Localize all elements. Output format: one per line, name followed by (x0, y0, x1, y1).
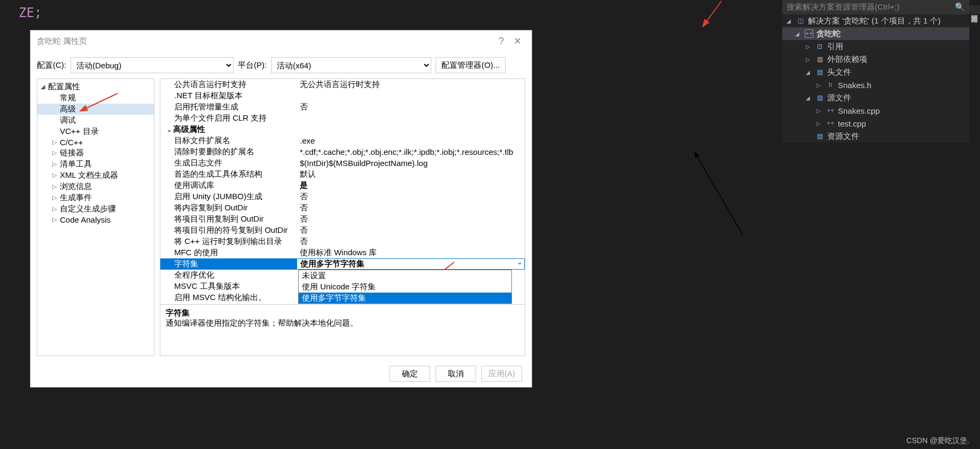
expand-arrow-icon: ▷ (806, 57, 812, 62)
property-row[interactable]: 字符集使用多字节字符集⌄ (160, 258, 525, 270)
solution-item[interactable]: ▷hSnakes.h (782, 78, 969, 91)
property-value[interactable]: 否 (297, 237, 525, 247)
property-row[interactable]: 启用 Unity (JUMBO)生成否 (160, 191, 525, 202)
property-row[interactable]: 公共语言运行时支持无公共语言运行时支持 (160, 79, 525, 90)
tree-item[interactable]: 调试 (37, 115, 154, 126)
solution-item[interactable]: ▤资源文件 (782, 130, 969, 143)
property-row[interactable]: 将项目引用的符号复制到 OutDir否 (160, 225, 525, 236)
description-title: 字符集 (166, 308, 519, 318)
expand-arrow-icon: ▷ (52, 183, 60, 190)
property-value[interactable]: 是 (297, 180, 525, 191)
ok-button[interactable]: 确定 (390, 366, 430, 382)
category-tree[interactable]: ◢配置属性常规高级调试VC++ 目录▷C/C++▷链接器▷清单工具▷XML 文档… (37, 78, 154, 356)
property-row[interactable]: 使用调试库是 (160, 180, 525, 191)
solution-item[interactable]: ◢++贪吃蛇 (782, 27, 969, 40)
solution-search[interactable]: 搜索解决方案资源管理器(Ctrl+;) 🔍 (782, 0, 969, 14)
tree-item[interactable]: VC++ 目录 (37, 126, 154, 137)
property-value[interactable]: 否 (297, 214, 525, 224)
apply-button[interactable]: 应用(A) (481, 366, 522, 382)
property-row[interactable]: 生成日志文件$(IntDir)$(MSBuildProjectName).log (160, 157, 525, 169)
tree-item-label: 配置属性 (48, 82, 80, 92)
charset-dropdown[interactable]: 未设置使用 Unicode 字符集使用多字节字符集<从父级或项目默认设置继承> (298, 270, 512, 304)
property-row[interactable]: 为单个文件启用 CLR 支持 (160, 113, 525, 124)
tree-item[interactable]: ▷Code Analysis (37, 215, 154, 225)
property-row[interactable]: 将内容复制到 OutDir否 (160, 202, 525, 214)
tree-item-label: 清单工具 (60, 159, 92, 169)
tree-item[interactable]: ▷自定义生成步骤 (37, 203, 154, 215)
solution-item-label: 解决方案 '贪吃蛇' (1 个项目，共 1 个) (808, 16, 940, 26)
platform-select[interactable]: 活动(x64) (271, 57, 431, 73)
solution-explorer-tab[interactable]: 解决方案资源管理器 (969, 5, 980, 14)
solution-item[interactable]: ▷▥外部依赖项 (782, 53, 969, 66)
expand-arrow-icon: ◢ (806, 95, 812, 101)
solution-item[interactable]: ▷++test.cpp (782, 117, 969, 130)
properties-grid[interactable]: 公共语言运行时支持无公共语言运行时支持.NET 目标框架版本启用托管增量生成否为… (160, 79, 525, 304)
property-value[interactable]: $(IntDir)$(MSBuildProjectName).log (297, 159, 525, 168)
property-row[interactable]: MFC 的使用使用标准 Windows 库 (160, 247, 525, 258)
dropdown-option[interactable]: 使用 Unicode 字符集 (299, 281, 511, 293)
dropdown-option[interactable]: 未设置 (299, 270, 511, 281)
arrow-annotation-icon (700, 0, 727, 32)
solution-item[interactable]: ▷⊡引用 (782, 40, 969, 53)
property-value[interactable]: 无公共语言运行时支持 (297, 80, 525, 90)
dropdown-option[interactable]: <从父级或项目默认设置继承> (299, 304, 511, 304)
property-name: 使用调试库 (160, 180, 297, 191)
property-value[interactable]: .exe (297, 136, 525, 145)
dialog-titlebar: 贪吃蛇 属性页 ? ✕ (30, 30, 532, 52)
solution-item[interactable]: ◢▤源文件 (782, 91, 969, 104)
property-value[interactable]: 否 (297, 192, 525, 202)
config-select[interactable]: 活动(Debug) (71, 57, 234, 73)
solution-item-label: 资源文件 (827, 131, 859, 141)
solution-item[interactable]: ◢◫解决方案 '贪吃蛇' (1 个项目，共 1 个) (782, 14, 969, 27)
property-name: 启用 MSVC 结构化输出。 (160, 293, 297, 303)
tree-item[interactable]: ▷浏览信息 (37, 181, 154, 192)
property-row[interactable]: 清除时要删除的扩展名*.cdf;*.cache;*.obj;*.obj.enc;… (160, 146, 525, 157)
property-group[interactable]: ⌄高级属性 (160, 124, 525, 135)
property-name: .NET 目标框架版本 (160, 91, 297, 101)
dropdown-option[interactable]: 使用多字节字符集 (299, 293, 511, 304)
property-row[interactable]: 目标文件扩展名.exe (160, 135, 525, 146)
tree-item[interactable]: ▷链接器 (37, 147, 154, 159)
tree-item[interactable]: 高级 (37, 104, 154, 115)
config-manager-button[interactable]: 配置管理器(O)... (435, 57, 505, 73)
expand-arrow-icon: ▷ (816, 121, 823, 127)
tree-item[interactable]: ▷C/C++ (37, 137, 154, 147)
property-value[interactable]: 使用标准 Windows 库 (297, 248, 525, 258)
help-button[interactable]: ? (493, 36, 509, 47)
platform-label: 平台(P): (238, 60, 267, 70)
chevron-down-icon[interactable]: ⌄ (517, 259, 522, 266)
tree-item[interactable]: ▷生成事件 (37, 192, 154, 203)
tree-item[interactable]: ▷清单工具 (37, 159, 154, 170)
property-value[interactable]: 否 (297, 203, 525, 213)
property-value[interactable]: 否 (297, 102, 525, 112)
tree-item-label: 生成事件 (60, 193, 92, 203)
property-value[interactable]: 默认 (297, 169, 525, 179)
group-label: 高级属性 (173, 124, 205, 133)
expand-arrow-icon: ▷ (52, 206, 60, 212)
property-name: 全程序优化 (160, 270, 297, 280)
solution-item-label: Snakes.h (838, 81, 872, 90)
property-name: MSVC 工具集版本 (160, 281, 297, 292)
solution-item[interactable]: ▷++Snakes.cpp (782, 104, 969, 117)
tree-item[interactable]: 常规 (37, 92, 154, 104)
property-value[interactable]: 否 (297, 225, 525, 235)
tree-item[interactable]: ◢配置属性 (37, 81, 154, 92)
property-value[interactable]: 使用多字节字符集⌄ (297, 258, 525, 270)
property-row[interactable]: 启用托管增量生成否 (160, 101, 525, 113)
config-row: 配置(C): 活动(Debug) 平台(P): 活动(x64) 配置管理器(O)… (30, 52, 532, 78)
property-row[interactable]: 将 C++ 运行时复制到输出目录否 (160, 236, 525, 247)
property-name: 首选的生成工具体系结构 (160, 169, 297, 179)
tree-item[interactable]: ▷XML 文档生成器 (37, 170, 154, 181)
ref-icon: ⊡ (815, 42, 824, 51)
cancel-button[interactable]: 取消 (435, 366, 476, 382)
property-name: 生成日志文件 (160, 158, 297, 168)
property-value[interactable]: *.cdf;*.cache;*.obj;*.obj.enc;*.ilk;*.ip… (297, 147, 525, 156)
description-panel: 字符集 通知编译器使用指定的字符集；帮助解决本地化问题。 (160, 304, 525, 356)
property-row[interactable]: 将项目引用复制到 OutDir否 (160, 214, 525, 225)
properties-panel: 公共语言运行时支持无公共语言运行时支持.NET 目标框架版本启用托管增量生成否为… (160, 78, 525, 356)
property-row[interactable]: .NET 目标框架版本 (160, 90, 525, 101)
property-row[interactable]: 首选的生成工具体系结构默认 (160, 169, 525, 180)
close-button[interactable]: ✕ (509, 35, 525, 47)
search-placeholder: 搜索解决方案资源管理器(Ctrl+;) (787, 2, 899, 12)
solution-item[interactable]: ◢▤头文件 (782, 66, 969, 78)
